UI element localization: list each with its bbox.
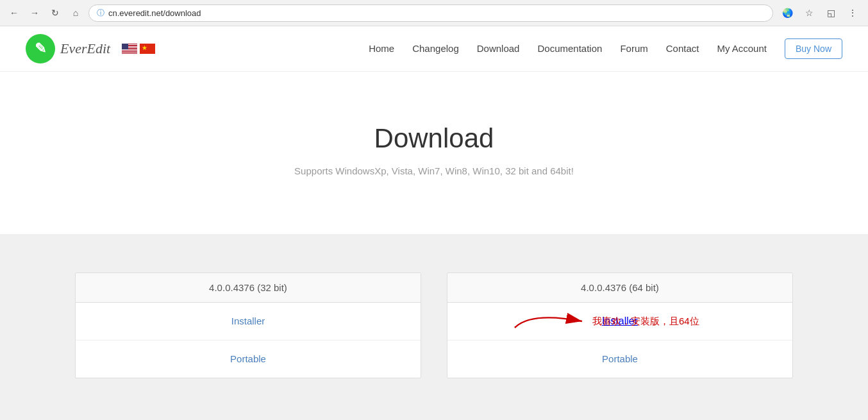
logo-area: ✎ EverEdit — [26, 34, 155, 63]
installer-link-32[interactable]: Installer — [231, 315, 265, 326]
card-header-64bit: 4.0.0.4376 (64 bit) — [447, 273, 792, 303]
annotation-arrow: 我喜欢，安装版，且64位 — [512, 308, 699, 334]
logo-icon: ✎ — [26, 34, 55, 63]
nav-my-account[interactable]: My Account — [717, 43, 767, 54]
site-nav: ✎ EverEdit Home Changelog Download Docum… — [0, 26, 868, 72]
browser-chrome: ← → ↻ ⌂ ⓘ cn.everedit.net/download 🌏 ☆ ◱… — [0, 0, 868, 26]
card-header-32bit: 4.0.0.4376 (32 bit) — [76, 273, 421, 303]
flag-cn[interactable] — [140, 44, 155, 54]
page: ✎ EverEdit Home Changelog Download Docum… — [0, 26, 868, 420]
bookmark-button[interactable]: ☆ — [800, 4, 818, 22]
back-button[interactable]: ← — [6, 5, 22, 21]
translate-button[interactable]: 🌏 — [778, 4, 796, 22]
menu-button[interactable]: ⋮ — [844, 4, 862, 22]
url-text: cn.everedit.net/download — [108, 8, 201, 18]
hero-section: Download Supports WindowsXp, Vista, Win7… — [0, 72, 868, 234]
download-card-64bit: 4.0.0.4376 (64 bit) Installer 我喜欢，安 — [447, 273, 793, 378]
download-section: 4.0.0.4376 (32 bit) Installer Portable 4… — [0, 234, 868, 420]
card-row-portable-32: Portable — [76, 340, 421, 378]
logo-text: EverEdit — [60, 40, 110, 57]
security-icon: ⓘ — [97, 8, 104, 19]
reload-button[interactable]: ↻ — [47, 5, 63, 21]
flag-icons — [122, 44, 155, 54]
home-button[interactable]: ⌂ — [68, 5, 83, 21]
extensions-button[interactable]: ◱ — [822, 4, 840, 22]
nav-download[interactable]: Download — [477, 43, 520, 54]
nav-contact[interactable]: Contact — [666, 43, 699, 54]
nav-documentation[interactable]: Documentation — [537, 43, 602, 54]
nav-links: Home Changelog Download Documentation Fo… — [369, 38, 842, 59]
nav-home[interactable]: Home — [369, 43, 394, 54]
nav-changelog[interactable]: Changelog — [412, 43, 459, 54]
portable-link-32[interactable]: Portable — [230, 353, 266, 364]
browser-toolbar: ← → ↻ ⌂ ⓘ cn.everedit.net/download 🌏 ☆ ◱… — [0, 0, 868, 26]
annotation-text: 我喜欢，安装版，且64位 — [592, 315, 699, 328]
card-row-installer-32: Installer — [76, 303, 421, 340]
card-row-installer-64: Installer 我喜欢，安装版，且64位 — [447, 303, 792, 340]
hero-title: Download — [13, 123, 855, 154]
portable-link-64[interactable]: Portable — [602, 353, 638, 364]
red-arrow-icon — [512, 308, 588, 334]
hero-subtitle: Supports WindowsXp, Vista, Win7, Win8, W… — [13, 165, 855, 176]
address-bar[interactable]: ⓘ cn.everedit.net/download — [88, 4, 773, 22]
nav-forum[interactable]: Forum — [620, 43, 647, 54]
flag-us[interactable] — [122, 44, 137, 54]
forward-button[interactable]: → — [27, 5, 42, 21]
browser-actions: 🌏 ☆ ◱ ⋮ — [778, 4, 862, 22]
card-row-portable-64: Portable — [447, 340, 792, 378]
download-card-32bit: 4.0.0.4376 (32 bit) Installer Portable — [75, 273, 421, 378]
buy-now-button[interactable]: Buy Now — [785, 38, 842, 59]
